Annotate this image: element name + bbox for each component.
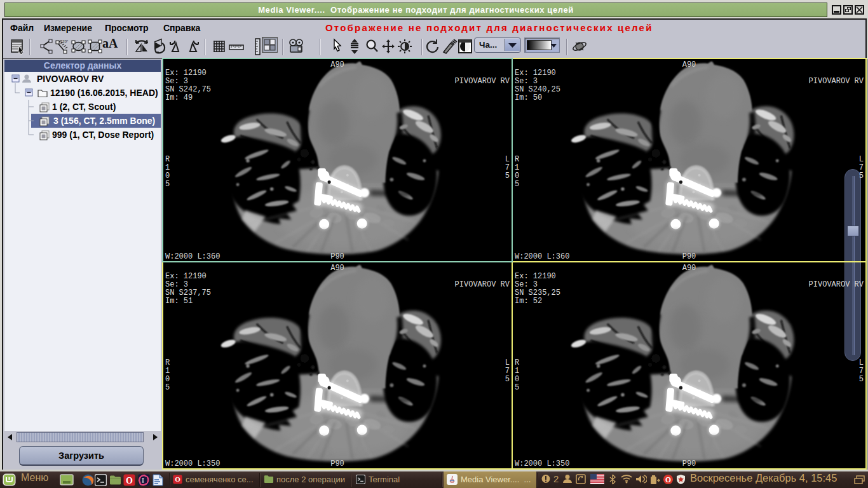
svg-text:O: O xyxy=(126,476,133,485)
svg-text:O: O xyxy=(175,475,180,483)
svg-text:O: O xyxy=(665,476,671,484)
